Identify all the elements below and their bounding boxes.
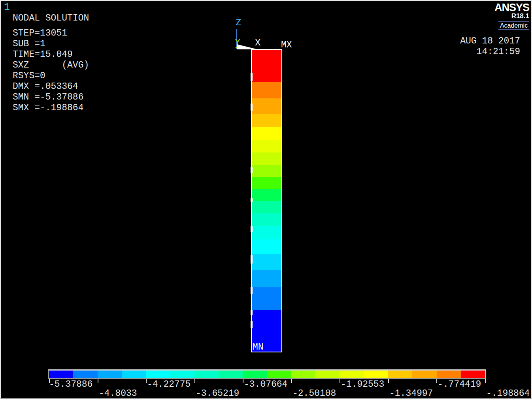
element-edge-mark [251,198,253,202]
legend-tick-value: -3.07664 [244,379,287,390]
contour-band [252,201,281,213]
legend-color-block [170,371,194,378]
legend-tick-value: -5.37886 [49,379,92,390]
result-info-line: DMX =.053364 [13,81,89,92]
legend-tick [146,379,147,383]
legend-color-block [73,371,97,378]
legend-color-block [291,371,315,378]
contour-band [252,140,281,152]
element-edge-mark [251,310,253,315]
legend-tick [436,379,437,383]
result-info-block: STEP=13051SUB =1TIME=15.049SXZ (AVG)RSYS… [13,28,89,113]
legend-tick-value: -4.22775 [147,379,191,390]
legend-color-block [461,371,485,378]
legend-tick [388,379,389,383]
legend-tick-value: -2.50108 [292,388,336,399]
result-info-line: STEP=13051 [13,28,89,39]
element-edge-mark [251,321,253,328]
ansys-brand-text: ANSYS [494,2,529,13]
result-info-line: RSYS=0 [13,71,89,81]
legend-tick [194,379,195,383]
legend-color-block [412,371,436,378]
legend-color-block [194,371,219,378]
contour-band [252,82,281,98]
legend-color-block [388,371,412,378]
contour-legend-bar [48,369,486,379]
legend-tick-value: -1.34997 [389,388,433,399]
legend-tick [340,379,340,383]
legend-color-block [364,371,388,378]
contour-band [252,226,281,239]
contour-band [252,254,281,270]
contour-band [252,177,281,189]
legend-color-block [243,371,267,378]
legend-color-block [49,371,73,378]
legend-color-block [146,371,170,378]
max-location-label: MX [281,40,292,50]
window-id-label: 1 [4,2,10,13]
legend-tick-value: -.774419 [438,379,481,390]
contour-band [252,213,281,226]
result-info-line: SUB =1 [13,39,89,49]
element-edge-mark [251,287,253,294]
model-contour-column[interactable] [251,49,282,352]
element-edge-mark [251,167,253,173]
legend-tick [291,379,292,383]
legend-color-block [122,371,146,378]
element-edge-mark [251,104,253,111]
legend-tick [243,379,243,383]
legend-color-block [98,371,122,378]
ansys-graphics-window: { "window": { "id_label": "1" }, "logo":… [0,0,532,399]
legend-color-block [267,371,291,378]
contour-band [252,189,281,201]
contour-band [252,165,281,177]
triad-z-label: Z [236,17,241,28]
triad-x-label: X [255,38,260,48]
contour-band [252,127,281,140]
element-edge-mark [251,226,253,232]
result-title: NODAL SOLUTION [13,13,89,23]
element-edge-mark [251,255,253,263]
result-info-line: SMX =-.198864 [13,103,89,113]
result-info-line: SMN =-5.37886 [13,92,89,103]
date-text: AUG 18 2017 [460,36,520,47]
min-location-label: MN [253,342,264,352]
legend-tick-value: -4.8033 [99,388,137,399]
ansys-logo: ANSYS R18.1 Academic [494,2,529,30]
graphics-viewport[interactable]: 1 NODAL SOLUTION STEP=13051SUB =1TIME=15… [1,1,531,398]
legend-tick-value: -1.92553 [341,379,384,390]
legend-color-block [437,371,461,378]
legend-tick-value: -.198864 [486,388,530,399]
contour-band [252,50,281,82]
contour-band [252,270,281,287]
legend-tick-value: -3.65219 [196,388,239,399]
result-info-line: TIME=15.049 [13,49,89,60]
time-text: 14:21:59 [460,47,520,57]
contour-bands [252,50,281,352]
legend-color-block [219,371,243,378]
contour-band [252,287,281,310]
ansys-license-badge: Academic [498,21,529,30]
legend-tick [98,379,98,383]
ansys-release-text: R18.1 [494,13,529,20]
contour-band [252,98,281,114]
contour-band [252,239,281,254]
legend-color-block [340,371,364,378]
legend-tick [485,379,486,383]
result-info-line: SXZ (AVG) [13,60,89,71]
contour-band [252,152,281,165]
contour-band [252,114,281,127]
element-edge-mark [251,73,253,81]
legend-color-block [315,371,340,378]
datetime-stamp: AUG 18 2017 14:21:59 [460,36,520,57]
